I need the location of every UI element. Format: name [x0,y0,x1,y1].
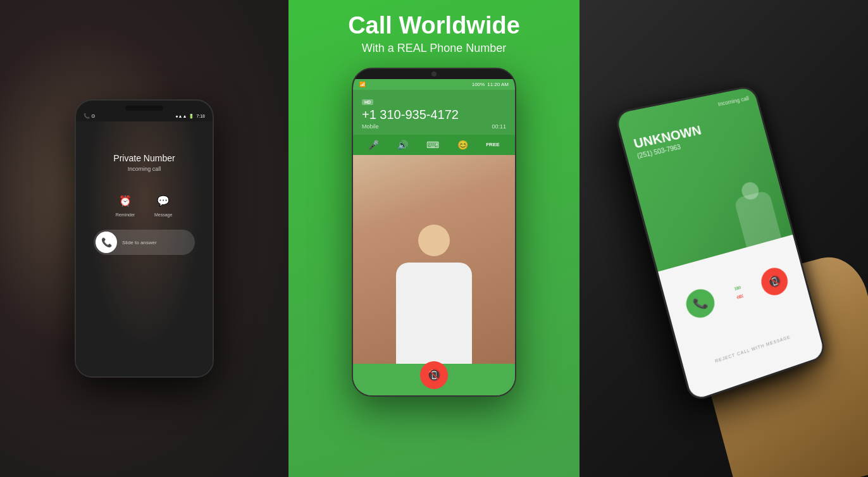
center-subtitle: With a REAL Phone Number [348,42,520,55]
slide-text: Slide to answer [122,240,157,245]
phone-left: 📞 ⊙ ●▲▲ 🔋 7:18 Private Number Incoming c… [75,99,214,378]
phone-camera [431,71,437,77]
emoji-icon[interactable]: 😊 [457,140,468,150]
reject-with-message[interactable]: REJECT CALL WITH MESSAGE [714,335,791,363]
arrows-container: »» «« [733,283,743,302]
free-badge: FREE [486,142,499,147]
caller-name: Private Number [113,153,175,163]
decline-button[interactable]: 📵 [759,264,791,299]
center-battery: 100% [472,82,485,87]
reminder-icon: ⏰ [116,191,135,210]
right-buttons-row: 📞 »» «« 📵 [672,262,801,325]
phone-center-screen: 📶 100% 11:20 AM HD +1 310-935-4172 Mobil… [353,79,515,395]
call-screen-left: Private Number Incoming call ⏰ Reminder … [76,121,213,376]
center-time: 11:20 AM [487,82,509,87]
person-body [396,263,472,364]
mobile-label: Mobile [362,123,379,130]
decline-icon: 📵 [767,273,783,290]
center-call-info: HD +1 310-935-4172 Mobile 00:11 [353,90,515,135]
phone-center-top [353,69,515,79]
accept-icon: 📞 [691,295,709,313]
slide-to-answer[interactable]: 📞 Slide to answer [94,230,195,255]
reminder-label: Reminder [116,213,135,217]
end-call-area: 📵 [353,364,515,395]
call-status: Incoming call [113,166,175,172]
person-head [418,225,450,256]
right-incoming-label: Incoming call [717,95,750,107]
center-controls: 🎤 🔊 ⌨ 😊 FREE [353,135,515,155]
slide-button: 📞 [96,232,117,253]
center-call-meta: Mobile 00:11 [362,123,506,130]
status-icons-left: ●▲▲ 🔋 7:18 [175,114,205,119]
time-left: 7:18 [196,114,205,118]
end-call-icon: 📵 [427,368,441,382]
person-shape [383,212,485,364]
mute-icon[interactable]: 🎤 [368,140,379,150]
call-actions: ⏰ Reminder 💬 Message [116,191,173,217]
panel-right: Incoming call UNKNOWN (251) 503-7963 📞 [580,0,868,477]
speaker-icon[interactable]: 🔊 [397,140,408,150]
status-bar-left: 📞 ⊙ ●▲▲ 🔋 7:18 [76,111,213,121]
message-label: Message [154,213,172,217]
call-timer: 00:11 [492,123,506,130]
caller-photo-placeholder [353,155,515,364]
phone-center: 📶 100% 11:20 AM HD +1 310-935-4172 Mobil… [352,68,516,397]
center-header: Call Worldwide With a REAL Phone Number [335,0,533,61]
hd-badge: HD [362,99,373,105]
center-phone-number: +1 310-935-4172 [362,108,506,122]
accept-button[interactable]: 📞 [683,286,717,321]
phone-notch [125,106,163,111]
center-right-status: 100% 11:20 AM [472,82,509,87]
signal-icon: ●▲▲ [175,114,187,118]
right-caller-silhouette [721,164,787,249]
keypad-icon[interactable]: ⌨ [426,140,439,150]
battery-icon: 🔋 [189,114,194,119]
message-action[interactable]: 💬 Message [154,191,173,217]
caller-info: Private Number Incoming call [113,153,175,172]
end-call-button[interactable]: 📵 [420,361,448,389]
slide-phone-icon: 📞 [101,237,112,247]
message-icon: 💬 [154,191,173,210]
right-caller-body [733,190,781,247]
reminder-action[interactable]: ⏰ Reminder [116,191,135,217]
center-title: Call Worldwide [348,13,520,39]
decline-arrows: «« [735,292,743,302]
panel-left: 📞 ⊙ ●▲▲ 🔋 7:18 Private Number Incoming c… [0,0,288,477]
center-wifi-icon: 📶 [359,82,366,87]
caller-photo-area [353,155,515,364]
panel-center: Call Worldwide With a REAL Phone Number … [288,0,580,477]
center-status-bar: 📶 100% 11:20 AM [353,79,515,90]
phone-icon-left: 📞 ⊙ [84,113,96,119]
